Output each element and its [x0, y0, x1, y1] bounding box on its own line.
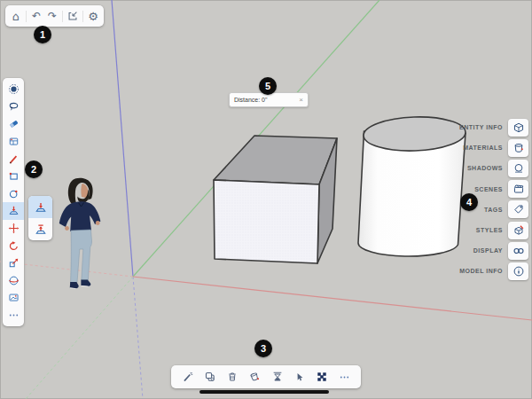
tool-push-pull[interactable] — [3, 202, 24, 220]
undo-button[interactable]: ↶ — [28, 7, 44, 25]
cursor-button[interactable] — [291, 368, 309, 386]
person-jeans — [71, 230, 92, 283]
wand-icon — [182, 371, 194, 383]
select-icon — [8, 83, 20, 95]
tool-move[interactable] — [3, 220, 24, 238]
box-top-face — [214, 136, 337, 184]
settings-button[interactable]: ⚙ — [85, 7, 101, 25]
panel-label: TAGS — [484, 207, 503, 213]
entity-info-icon — [512, 121, 525, 134]
checkerboard-icon — [316, 371, 328, 383]
export-button[interactable] — [65, 7, 81, 25]
tool-panels[interactable] — [3, 133, 24, 151]
eraser-icon — [8, 118, 20, 129]
rotate-icon — [8, 240, 20, 252]
flyout-push-pull-up[interactable] — [28, 218, 52, 240]
redo-icon: ↷ — [48, 11, 57, 21]
tool-shape-circle[interactable] — [3, 185, 24, 203]
undo-icon: ↶ — [32, 11, 41, 21]
tool-select[interactable] — [3, 81, 24, 98]
copy-button[interactable] — [201, 368, 219, 386]
push-pull-down-icon — [35, 201, 47, 214]
annotation-badge-4: 4 — [460, 193, 478, 211]
context-toolbar — [171, 365, 361, 388]
materials-button[interactable] — [508, 139, 528, 157]
panel-row-model-info: MODEL INFO — [364, 261, 532, 281]
panel-row-styles: STYLES — [364, 220, 532, 240]
panel-label: MATERIALS — [463, 145, 503, 151]
scenes-icon — [512, 183, 525, 195]
top-toolbar: ⌂↶↷⚙ — [5, 5, 104, 27]
cursor-icon — [293, 372, 305, 383]
styles-button[interactable] — [508, 222, 528, 239]
box-front-face — [214, 180, 319, 263]
toolbar-divider — [26, 11, 27, 22]
flip-button[interactable] — [269, 368, 286, 386]
axis-red-solid — [133, 277, 532, 320]
marker-icon — [8, 153, 20, 165]
checkerboard-button[interactable] — [313, 368, 331, 386]
display-button[interactable] — [508, 242, 528, 260]
more-icon — [339, 372, 350, 383]
wand-button[interactable] — [179, 368, 197, 386]
scenes-button[interactable] — [508, 180, 528, 198]
tags-icon — [512, 203, 525, 215]
right-panel-rail: ENTITY INFOMATERIALSSHADOWSSCENESTAGSSTY… — [364, 117, 532, 282]
paint-bucket-button[interactable] — [246, 368, 263, 386]
flyout-push-pull-down[interactable] — [28, 196, 52, 218]
panel-label: ENTITY INFO — [459, 124, 503, 130]
delete-button[interactable] — [223, 368, 241, 386]
box-model[interactable] — [214, 136, 337, 263]
tool-lasso[interactable] — [3, 98, 24, 116]
entity-info-button[interactable] — [508, 119, 528, 137]
annotation-badge-2: 2 — [25, 160, 43, 178]
copy-icon — [204, 371, 216, 383]
lasso-icon — [8, 101, 20, 113]
home-button[interactable]: ⌂ — [8, 7, 24, 25]
left-tool-rail — [3, 78, 24, 326]
person-left-shoe — [70, 282, 79, 288]
settings-icon: ⚙ — [88, 11, 98, 22]
home-indicator-handle[interactable] — [200, 390, 329, 394]
close-icon[interactable]: × — [299, 97, 303, 104]
person-right-hand — [96, 221, 100, 225]
panel-row-shadows: SHADOWS — [364, 158, 532, 178]
home-icon: ⌂ — [12, 11, 20, 22]
tags-button[interactable] — [508, 200, 528, 218]
orbit-icon — [8, 275, 20, 286]
tool-rotate[interactable] — [3, 237, 24, 254]
tool-more[interactable] — [3, 307, 24, 325]
redo-button[interactable]: ↷ — [44, 7, 60, 25]
panel-row-scenes: SCENES — [364, 179, 532, 200]
toolbar-divider — [82, 11, 83, 22]
push-pull-up-icon — [35, 223, 47, 236]
more-button[interactable] — [335, 368, 353, 386]
tool-scale[interactable] — [3, 254, 24, 272]
panel-row-display: DISPLAY — [364, 240, 532, 261]
panels-icon — [8, 136, 20, 147]
tool-orbit[interactable] — [3, 272, 24, 290]
tool-marker[interactable] — [3, 150, 24, 168]
image-icon — [8, 292, 20, 303]
tool-shape-rect[interactable] — [3, 168, 24, 185]
measurement-value: Distance: 0" — [234, 97, 299, 103]
model-info-button[interactable] — [508, 262, 528, 280]
panel-row-tags: TAGS — [364, 200, 532, 220]
person-left-hand — [65, 226, 69, 231]
panel-row-entity-info: ENTITY INFO — [364, 117, 532, 137]
annotation-badge-1: 1 — [34, 26, 51, 43]
shadows-icon — [512, 162, 525, 175]
shape-circle-icon — [8, 188, 20, 200]
panel-label: MODEL INFO — [459, 268, 503, 274]
toolbar-divider — [62, 11, 63, 22]
delete-icon — [226, 371, 239, 383]
paint-bucket-icon — [248, 371, 261, 383]
axis-blue-dashed — [133, 277, 143, 399]
tool-eraser[interactable] — [3, 115, 24, 133]
axis-green-dashed — [26, 277, 133, 399]
shadows-button[interactable] — [508, 160, 528, 177]
tool-image[interactable] — [3, 289, 24, 307]
export-icon — [66, 10, 79, 22]
materials-icon — [512, 142, 525, 154]
annotation-badge-3: 3 — [254, 340, 272, 357]
